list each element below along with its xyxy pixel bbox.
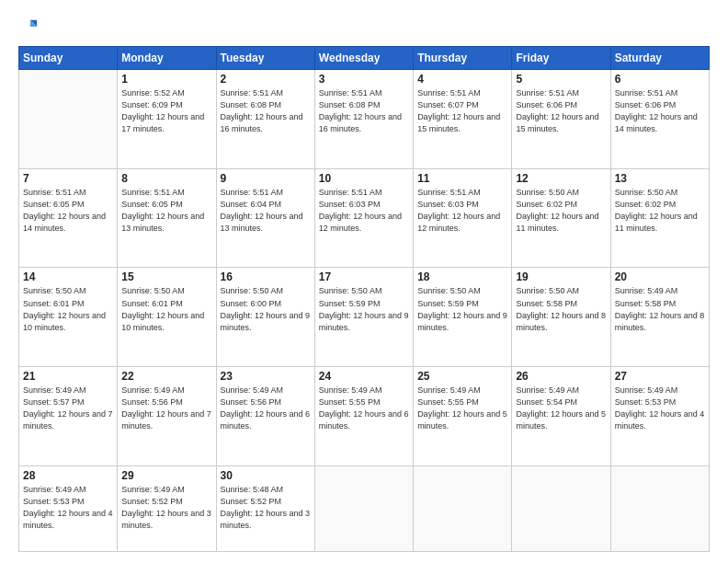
day-info: Sunrise: 5:51 AM Sunset: 6:08 PM Dayligh… [319, 87, 409, 135]
calendar-day-cell: 5Sunrise: 5:51 AM Sunset: 6:06 PM Daylig… [512, 70, 610, 169]
day-info: Sunrise: 5:49 AM Sunset: 5:55 PM Dayligh… [319, 385, 409, 432]
calendar-day-cell: 3Sunrise: 5:51 AM Sunset: 6:08 PM Daylig… [314, 70, 413, 169]
calendar-day-cell: 28Sunrise: 5:49 AM Sunset: 5:53 PM Dayli… [19, 465, 118, 551]
calendar-day-cell: 2Sunrise: 5:51 AM Sunset: 6:08 PM Daylig… [216, 70, 314, 169]
day-info: Sunrise: 5:49 AM Sunset: 5:53 PM Dayligh… [615, 385, 705, 432]
calendar-day-cell: 4Sunrise: 5:51 AM Sunset: 6:07 PM Daylig… [414, 70, 512, 169]
calendar-week-row: 21Sunrise: 5:49 AM Sunset: 5:57 PM Dayli… [19, 367, 710, 466]
logo [18, 17, 42, 37]
calendar-day-cell [512, 465, 610, 551]
calendar-day-cell: 29Sunrise: 5:49 AM Sunset: 5:52 PM Dayli… [118, 465, 216, 551]
day-number: 5 [516, 73, 606, 86]
weekday-header: Wednesday [314, 47, 413, 70]
calendar-day-cell: 27Sunrise: 5:49 AM Sunset: 5:53 PM Dayli… [610, 367, 709, 466]
calendar-day-cell [610, 465, 709, 551]
day-number: 15 [121, 270, 211, 283]
day-info: Sunrise: 5:50 AM Sunset: 6:01 PM Dayligh… [121, 285, 211, 333]
calendar-day-cell: 10Sunrise: 5:51 AM Sunset: 6:03 PM Dayli… [314, 168, 413, 268]
day-info: Sunrise: 5:49 AM Sunset: 5:53 PM Dayligh… [23, 484, 113, 532]
day-number: 7 [23, 172, 113, 185]
day-info: Sunrise: 5:51 AM Sunset: 6:05 PM Dayligh… [23, 187, 113, 235]
day-info: Sunrise: 5:51 AM Sunset: 6:03 PM Dayligh… [319, 187, 409, 235]
calendar-header-row: SundayMondayTuesdayWednesdayThursdayFrid… [19, 47, 710, 70]
calendar-day-cell [19, 70, 118, 169]
page: SundayMondayTuesdayWednesdayThursdayFrid… [0, 0, 728, 563]
day-number: 20 [615, 270, 705, 283]
day-info: Sunrise: 5:51 AM Sunset: 6:05 PM Dayligh… [121, 187, 211, 235]
day-info: Sunrise: 5:49 AM Sunset: 5:57 PM Dayligh… [23, 385, 113, 432]
calendar-day-cell: 9Sunrise: 5:51 AM Sunset: 6:04 PM Daylig… [216, 168, 314, 268]
day-number: 25 [417, 370, 507, 383]
day-info: Sunrise: 5:50 AM Sunset: 6:01 PM Dayligh… [23, 285, 113, 333]
day-number: 18 [417, 270, 507, 283]
day-info: Sunrise: 5:48 AM Sunset: 5:52 PM Dayligh… [221, 484, 311, 532]
day-number: 6 [615, 73, 705, 86]
calendar-day-cell: 11Sunrise: 5:51 AM Sunset: 6:03 PM Dayli… [414, 168, 512, 268]
calendar-week-row: 28Sunrise: 5:49 AM Sunset: 5:53 PM Dayli… [19, 465, 710, 551]
calendar-week-row: 7Sunrise: 5:51 AM Sunset: 6:05 PM Daylig… [19, 168, 710, 268]
day-info: Sunrise: 5:51 AM Sunset: 6:04 PM Dayligh… [221, 187, 311, 235]
calendar-day-cell: 12Sunrise: 5:50 AM Sunset: 6:02 PM Dayli… [512, 168, 610, 268]
calendar-day-cell: 19Sunrise: 5:50 AM Sunset: 5:58 PM Dayli… [512, 268, 610, 367]
day-info: Sunrise: 5:49 AM Sunset: 5:56 PM Dayligh… [121, 385, 211, 432]
calendar-day-cell: 7Sunrise: 5:51 AM Sunset: 6:05 PM Daylig… [19, 168, 118, 268]
calendar-day-cell: 25Sunrise: 5:49 AM Sunset: 5:55 PM Dayli… [414, 367, 512, 466]
day-number: 28 [23, 469, 113, 482]
day-info: Sunrise: 5:51 AM Sunset: 6:08 PM Dayligh… [221, 87, 311, 135]
day-number: 22 [121, 370, 211, 383]
day-number: 21 [23, 370, 113, 383]
day-info: Sunrise: 5:50 AM Sunset: 6:00 PM Dayligh… [221, 285, 311, 333]
day-info: Sunrise: 5:51 AM Sunset: 6:06 PM Dayligh… [615, 87, 705, 135]
day-number: 9 [221, 172, 311, 185]
calendar-week-row: 1Sunrise: 5:52 AM Sunset: 6:09 PM Daylig… [19, 70, 710, 169]
day-info: Sunrise: 5:49 AM Sunset: 5:58 PM Dayligh… [615, 285, 705, 333]
day-info: Sunrise: 5:51 AM Sunset: 6:06 PM Dayligh… [516, 87, 606, 135]
day-number: 3 [319, 73, 409, 86]
calendar-day-cell: 1Sunrise: 5:52 AM Sunset: 6:09 PM Daylig… [118, 70, 216, 169]
day-number: 8 [121, 172, 211, 185]
calendar-day-cell: 14Sunrise: 5:50 AM Sunset: 6:01 PM Dayli… [19, 268, 118, 367]
weekday-header: Saturday [610, 47, 709, 70]
day-info: Sunrise: 5:49 AM Sunset: 5:54 PM Dayligh… [516, 385, 606, 432]
day-info: Sunrise: 5:51 AM Sunset: 6:07 PM Dayligh… [417, 87, 507, 135]
day-info: Sunrise: 5:50 AM Sunset: 5:59 PM Dayligh… [319, 285, 409, 333]
weekday-header: Sunday [19, 47, 118, 70]
weekday-header: Tuesday [216, 47, 314, 70]
calendar-day-cell [414, 465, 512, 551]
day-number: 24 [319, 370, 409, 383]
calendar-day-cell: 26Sunrise: 5:49 AM Sunset: 5:54 PM Dayli… [512, 367, 610, 466]
day-info: Sunrise: 5:52 AM Sunset: 6:09 PM Dayligh… [121, 87, 211, 135]
day-info: Sunrise: 5:50 AM Sunset: 6:02 PM Dayligh… [615, 187, 705, 235]
day-number: 10 [319, 172, 409, 185]
calendar-day-cell: 20Sunrise: 5:49 AM Sunset: 5:58 PM Dayli… [610, 268, 709, 367]
day-number: 27 [615, 370, 705, 383]
calendar-day-cell: 15Sunrise: 5:50 AM Sunset: 6:01 PM Dayli… [118, 268, 216, 367]
calendar-day-cell: 16Sunrise: 5:50 AM Sunset: 6:00 PM Dayli… [216, 268, 314, 367]
day-info: Sunrise: 5:50 AM Sunset: 5:58 PM Dayligh… [516, 285, 606, 333]
day-number: 16 [221, 270, 311, 283]
day-number: 23 [221, 370, 311, 383]
calendar-day-cell: 24Sunrise: 5:49 AM Sunset: 5:55 PM Dayli… [314, 367, 413, 466]
day-info: Sunrise: 5:49 AM Sunset: 5:55 PM Dayligh… [417, 385, 507, 432]
day-info: Sunrise: 5:49 AM Sunset: 5:56 PM Dayligh… [221, 385, 311, 432]
calendar-table: SundayMondayTuesdayWednesdayThursdayFrid… [18, 46, 710, 552]
calendar-day-cell: 13Sunrise: 5:50 AM Sunset: 6:02 PM Dayli… [610, 168, 709, 268]
day-number: 26 [516, 370, 606, 383]
day-number: 12 [516, 172, 606, 185]
weekday-header: Monday [118, 47, 216, 70]
calendar-day-cell: 22Sunrise: 5:49 AM Sunset: 5:56 PM Dayli… [118, 367, 216, 466]
calendar-day-cell: 21Sunrise: 5:49 AM Sunset: 5:57 PM Dayli… [19, 367, 118, 466]
day-info: Sunrise: 5:51 AM Sunset: 6:03 PM Dayligh… [417, 187, 507, 235]
calendar-day-cell [314, 465, 413, 551]
calendar-day-cell: 23Sunrise: 5:49 AM Sunset: 5:56 PM Dayli… [216, 367, 314, 466]
day-info: Sunrise: 5:49 AM Sunset: 5:52 PM Dayligh… [121, 484, 211, 532]
weekday-header: Friday [512, 47, 610, 70]
logo-icon [18, 17, 39, 37]
calendar-day-cell: 6Sunrise: 5:51 AM Sunset: 6:06 PM Daylig… [610, 70, 709, 169]
calendar-day-cell: 8Sunrise: 5:51 AM Sunset: 6:05 PM Daylig… [118, 168, 216, 268]
day-number: 1 [121, 73, 211, 86]
calendar-day-cell: 18Sunrise: 5:50 AM Sunset: 5:59 PM Dayli… [414, 268, 512, 367]
calendar-week-row: 14Sunrise: 5:50 AM Sunset: 6:01 PM Dayli… [19, 268, 710, 367]
day-number: 11 [417, 172, 507, 185]
day-number: 4 [417, 73, 507, 86]
